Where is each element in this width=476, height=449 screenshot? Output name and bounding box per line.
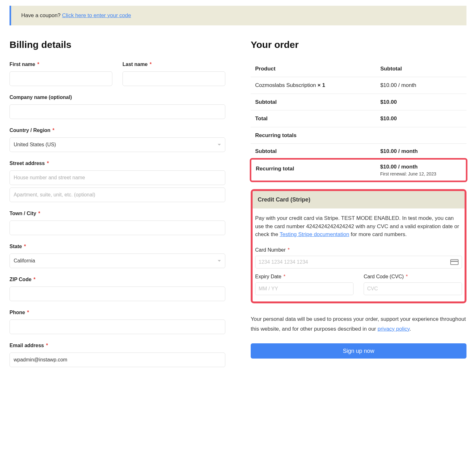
order-subtotal-value: $10.00	[376, 94, 466, 110]
state-label: State *	[10, 243, 225, 250]
card-number-label: Card Number *	[255, 246, 462, 254]
country-select[interactable]	[10, 137, 225, 152]
billing-column: Billing details First name * Last name *…	[10, 37, 225, 375]
privacy-note: Your personal data will be used to proce…	[251, 314, 466, 334]
signup-button[interactable]: Sign up now	[251, 343, 466, 359]
street1-input[interactable]	[10, 170, 225, 185]
payment-description: Pay with your credit card via Stripe. TE…	[253, 208, 465, 239]
city-label: Town / City *	[10, 210, 225, 217]
payment-header: Credit Card (Stripe)	[253, 191, 465, 208]
last-name-input[interactable]	[122, 71, 225, 86]
expiry-label: Expiry Date *	[255, 273, 354, 281]
expiry-input[interactable]	[259, 283, 350, 295]
email-label: Email address *	[10, 342, 225, 349]
card-number-input[interactable]	[259, 256, 448, 268]
order-header-product: Product	[251, 61, 376, 77]
city-input[interactable]	[10, 221, 225, 235]
privacy-policy-link[interactable]: privacy policy	[378, 326, 410, 332]
order-total-label: Total	[251, 110, 376, 127]
order-item-name: Cozmoslabs Subscription × 1	[251, 77, 376, 94]
order-total-value: $10.00	[376, 110, 466, 127]
street-label: Street address *	[10, 160, 225, 167]
stripe-docs-link[interactable]: Testing Stripe documentation	[280, 231, 349, 237]
order-recurring-total-label: Recurring total	[251, 160, 376, 181]
order-recurring-header: Recurring totals	[251, 127, 466, 144]
cvc-input[interactable]	[367, 283, 459, 295]
street2-input[interactable]	[10, 188, 225, 202]
coupon-prompt: Have a coupon?	[21, 12, 62, 18]
billing-heading: Billing details	[10, 37, 225, 52]
email-input[interactable]	[10, 353, 225, 367]
company-label: Company name (optional)	[10, 94, 225, 101]
order-item-price: $10.00 / month	[376, 77, 466, 94]
coupon-link[interactable]: Click here to enter your code	[62, 12, 131, 18]
phone-input[interactable]	[10, 320, 225, 334]
state-select[interactable]	[10, 254, 225, 268]
zip-label: ZIP Code *	[10, 276, 225, 283]
coupon-notice: Have a coupon? Click here to enter your …	[10, 6, 466, 25]
order-heading: Your order	[251, 37, 466, 52]
recurring-total-highlight: Recurring total $10.00 / month First ren…	[250, 158, 467, 182]
order-subtotal-label: Subtotal	[251, 94, 376, 110]
phone-label: Phone *	[10, 309, 225, 316]
payment-box: Credit Card (Stripe) Pay with your credi…	[251, 189, 466, 303]
order-recurring-subtotal-label: Subtotal	[251, 144, 376, 159]
zip-input[interactable]	[10, 287, 225, 301]
order-recurring-subtotal-value: $10.00 / month	[376, 144, 466, 159]
company-input[interactable]	[10, 104, 225, 119]
order-column: Your order Product Subtotal Cozmoslabs S…	[251, 37, 466, 375]
first-name-input[interactable]	[10, 71, 112, 86]
first-name-label: First name *	[10, 61, 112, 68]
last-name-label: Last name *	[122, 61, 225, 68]
order-header-subtotal: Subtotal	[376, 61, 466, 77]
order-table: Product Subtotal Cozmoslabs Subscription…	[251, 61, 466, 159]
country-label: Country / Region *	[10, 127, 225, 134]
credit-card-icon	[450, 259, 459, 265]
order-recurring-total-value: $10.00 / month	[380, 163, 461, 171]
cvc-label: Card Code (CVC) *	[364, 273, 462, 281]
order-first-renewal: First renewal: June 12, 2023	[380, 171, 461, 177]
